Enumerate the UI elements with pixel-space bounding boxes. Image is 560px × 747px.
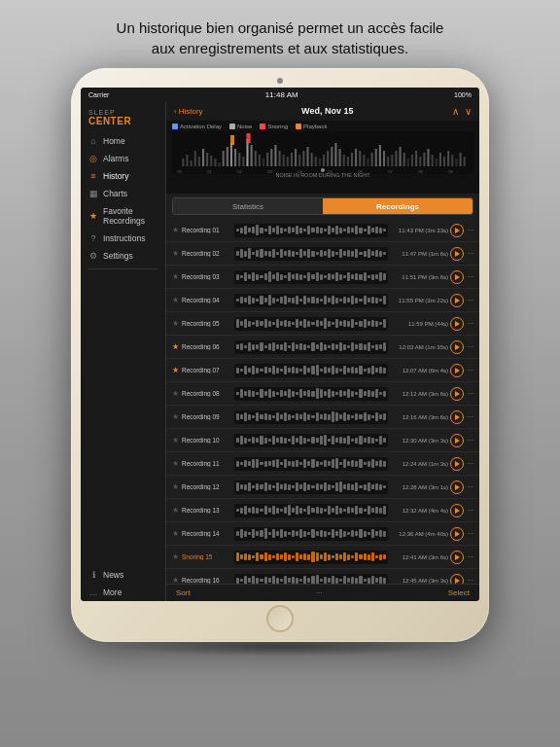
sort-button[interactable]: Sort bbox=[176, 588, 191, 597]
rec-star[interactable]: ★ bbox=[170, 272, 180, 281]
recording-row: ★Snoring 1512:41 AM (3m 6s)··· bbox=[166, 546, 479, 569]
more-options-button[interactable]: ··· bbox=[466, 552, 475, 561]
select-button[interactable]: Select bbox=[448, 588, 470, 597]
more-options-button[interactable]: ··· bbox=[466, 249, 475, 258]
svg-rect-14 bbox=[194, 151, 196, 166]
rec-waveform bbox=[234, 270, 388, 284]
sidebar-item-history[interactable]: ≡ History bbox=[81, 167, 165, 185]
play-button[interactable] bbox=[450, 270, 464, 284]
play-button[interactable] bbox=[450, 294, 464, 307]
rec-star[interactable]: ★ bbox=[170, 506, 180, 515]
more-options-button[interactable]: ··· bbox=[466, 482, 475, 491]
nav-arrows: ∧ ∨ bbox=[452, 106, 472, 117]
play-button[interactable] bbox=[450, 317, 464, 331]
sidebar-item-news[interactable]: ℹ News bbox=[81, 566, 165, 584]
svg-rect-54 bbox=[347, 157, 349, 166]
more-options-button[interactable]: ··· bbox=[466, 436, 475, 445]
play-button[interactable] bbox=[450, 224, 464, 237]
rec-star[interactable]: ★ bbox=[170, 249, 180, 258]
sidebar-label-settings: Settings bbox=[103, 251, 133, 261]
time: 11:48 AM bbox=[265, 90, 298, 99]
rec-name: Recording 11 bbox=[182, 460, 232, 467]
more-options-button[interactable]: ··· bbox=[466, 319, 475, 328]
back-button[interactable]: ‹ History bbox=[174, 107, 203, 116]
more-options-button[interactable]: ··· bbox=[466, 412, 475, 421]
svg-rect-61 bbox=[375, 149, 377, 166]
status-bar: Carrier 11:48 AM 100% bbox=[81, 88, 479, 101]
more-options-button[interactable]: ··· bbox=[466, 272, 475, 281]
sidebar-item-charts[interactable]: ▦ Charts bbox=[81, 185, 165, 202]
rec-star[interactable]: ★ bbox=[170, 412, 180, 421]
more-options-button[interactable]: ··· bbox=[466, 576, 475, 584]
svg-rect-65 bbox=[391, 155, 393, 166]
settings-icon: ⚙ bbox=[88, 251, 98, 261]
more-button[interactable]: ··· bbox=[316, 588, 323, 597]
play-button[interactable] bbox=[450, 364, 464, 377]
sidebar-item-favorites[interactable]: ★ Favorite Recordings bbox=[81, 202, 165, 230]
sidebar-label-alarms: Alarms bbox=[103, 154, 128, 163]
rec-star[interactable]: ★ bbox=[170, 342, 180, 351]
svg-rect-18 bbox=[210, 156, 212, 166]
play-button[interactable] bbox=[450, 504, 464, 517]
rec-star[interactable]: ★ bbox=[170, 552, 180, 561]
sidebar-item-more[interactable]: … More bbox=[81, 584, 165, 601]
charts-icon: ▦ bbox=[88, 189, 98, 198]
play-button[interactable] bbox=[450, 387, 464, 401]
play-button[interactable] bbox=[450, 480, 464, 494]
svg-rect-59 bbox=[367, 159, 368, 166]
more-options-button[interactable]: ··· bbox=[466, 366, 475, 374]
rec-star[interactable]: ★ bbox=[170, 366, 180, 374]
recording-row: ★Recording 0712:07 AM (6m 4s)··· bbox=[166, 359, 479, 382]
bottom-bar: Sort ··· Select bbox=[166, 584, 479, 601]
more-options-button[interactable]: ··· bbox=[466, 459, 475, 468]
rec-star[interactable]: ★ bbox=[170, 226, 180, 234]
svg-rect-47 bbox=[319, 159, 321, 166]
rec-star[interactable]: ★ bbox=[170, 576, 180, 584]
sidebar-label-history: History bbox=[103, 171, 128, 181]
sidebar-item-alarms[interactable]: ◎ Alarms bbox=[81, 150, 165, 167]
play-button[interactable] bbox=[450, 574, 464, 585]
svg-rect-34 bbox=[274, 145, 276, 166]
more-options-button[interactable]: ··· bbox=[466, 506, 475, 515]
sidebar-label-more: More bbox=[103, 587, 122, 597]
rec-star[interactable]: ★ bbox=[170, 482, 180, 491]
home-icon: ⌂ bbox=[88, 136, 98, 146]
more-options-button[interactable]: ··· bbox=[466, 342, 475, 351]
sidebar-item-instructions[interactable]: ? Instructions bbox=[81, 230, 165, 247]
rec-star[interactable]: ★ bbox=[170, 296, 180, 304]
statistics-tab[interactable]: Statistics bbox=[173, 198, 323, 214]
rec-star[interactable]: ★ bbox=[170, 529, 180, 538]
rec-star[interactable]: ★ bbox=[170, 389, 180, 398]
rec-star[interactable]: ★ bbox=[170, 459, 180, 468]
svg-rect-51 bbox=[334, 143, 336, 166]
sidebar-item-home[interactable]: ⌂ Home bbox=[81, 132, 165, 150]
ipad-home-button[interactable] bbox=[266, 605, 294, 632]
segment-control: Statistics Recordings bbox=[172, 197, 473, 215]
play-button[interactable] bbox=[450, 410, 464, 424]
play-button[interactable] bbox=[450, 457, 464, 471]
chart-noise-label: NOISE IN ROOM DURING THE NIGHT bbox=[275, 172, 369, 178]
nav-up-icon[interactable]: ∧ bbox=[452, 106, 459, 117]
rec-time: 12:41 AM (3m 6s) bbox=[390, 554, 448, 560]
svg-rect-23 bbox=[230, 143, 232, 166]
logo-center: CENTER bbox=[88, 116, 158, 126]
more-options-button[interactable]: ··· bbox=[466, 296, 475, 304]
nav-down-icon[interactable]: ∨ bbox=[465, 106, 472, 117]
play-button[interactable] bbox=[450, 340, 464, 354]
rec-name: Recording 09 bbox=[182, 413, 232, 420]
more-options-button[interactable]: ··· bbox=[466, 529, 475, 538]
more-options-button[interactable]: ··· bbox=[466, 389, 475, 398]
rec-star[interactable]: ★ bbox=[170, 436, 180, 445]
play-button[interactable] bbox=[450, 527, 464, 541]
play-button[interactable] bbox=[450, 434, 464, 447]
more-options-button[interactable]: ··· bbox=[466, 226, 475, 234]
ipad-camera bbox=[277, 78, 283, 84]
sidebar-item-settings[interactable]: ⚙ Settings bbox=[81, 247, 165, 265]
rec-star[interactable]: ★ bbox=[170, 319, 180, 328]
play-button[interactable] bbox=[450, 247, 464, 261]
recordings-tab[interactable]: Recordings bbox=[323, 198, 472, 214]
rec-name: Recording 04 bbox=[182, 297, 232, 303]
app-logo: SLEEP CENTER bbox=[81, 105, 165, 132]
svg-rect-15 bbox=[198, 157, 200, 166]
play-button[interactable] bbox=[450, 551, 464, 564]
